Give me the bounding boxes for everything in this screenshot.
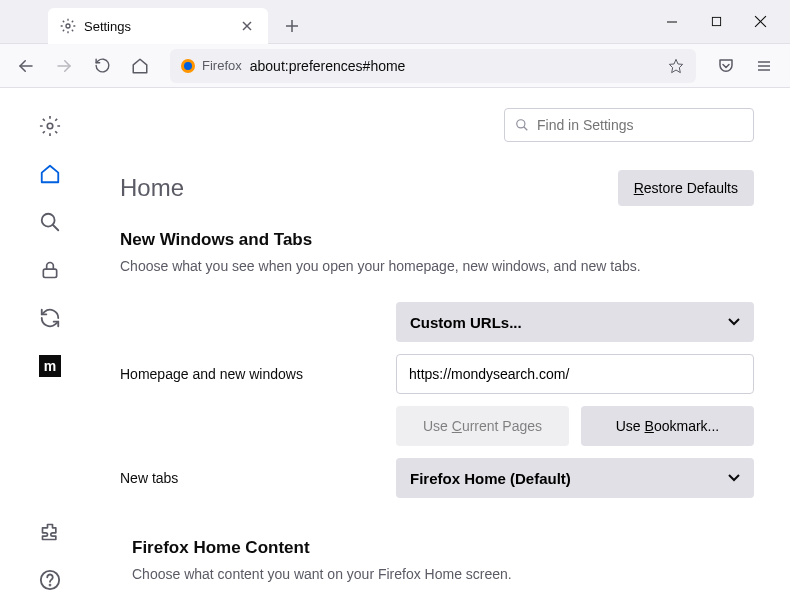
svg-text:m: m xyxy=(44,358,56,374)
sidebar-item-help[interactable] xyxy=(34,564,66,596)
url-bar[interactable]: Firefox about:preferences#home xyxy=(170,49,696,83)
url-brand-text: Firefox xyxy=(202,58,242,73)
forward-button[interactable] xyxy=(48,50,80,82)
homepage-url-input[interactable] xyxy=(396,354,754,394)
window-close-button[interactable] xyxy=(738,0,782,44)
search-icon xyxy=(515,118,529,132)
sidebar-item-privacy[interactable] xyxy=(34,254,66,286)
url-text: about:preferences#home xyxy=(250,58,658,74)
browser-tab-settings[interactable]: Settings xyxy=(48,8,268,44)
page-title: Home xyxy=(120,174,184,202)
home-button[interactable] xyxy=(124,50,156,82)
section-title-home-content: Firefox Home Content xyxy=(132,538,754,558)
new-tab-button[interactable] xyxy=(278,12,306,40)
sidebar-item-general[interactable] xyxy=(34,110,66,142)
section-subtext-home-content: Choose what content you want on your Fir… xyxy=(132,566,754,582)
svg-point-12 xyxy=(184,62,192,70)
gear-icon xyxy=(60,18,76,34)
section-subtext-windows-tabs: Choose what you see when you open your h… xyxy=(120,258,754,274)
window-minimize-button[interactable] xyxy=(650,0,694,44)
settings-sidebar: m xyxy=(0,88,100,612)
newtabs-mode-value: Firefox Home (Default) xyxy=(410,470,571,487)
homepage-mode-value: Custom URLs... xyxy=(410,314,522,331)
svg-rect-6 xyxy=(712,17,720,25)
firefox-logo-icon xyxy=(180,58,196,74)
svg-line-19 xyxy=(53,225,59,231)
svg-rect-20 xyxy=(43,269,56,277)
titlebar: Settings xyxy=(0,0,790,44)
use-current-pages-button[interactable]: Use Current Pages xyxy=(396,406,569,446)
sidebar-item-search[interactable] xyxy=(34,206,66,238)
chevron-down-icon xyxy=(728,474,740,482)
homepage-label: Homepage and new windows xyxy=(120,366,380,382)
sidebar-item-extensions[interactable] xyxy=(34,516,66,548)
sidebar-item-sync[interactable] xyxy=(34,302,66,334)
bookmark-star-icon[interactable] xyxy=(666,56,686,76)
window-maximize-button[interactable] xyxy=(694,0,738,44)
section-title-windows-tabs: New Windows and Tabs xyxy=(120,230,754,250)
newtabs-label: New tabs xyxy=(120,470,380,486)
homepage-mode-select[interactable]: Custom URLs... xyxy=(396,302,754,342)
tab-title: Settings xyxy=(84,19,230,34)
settings-main: Home Restore Defaults New Windows and Ta… xyxy=(100,88,790,612)
find-settings-input[interactable] xyxy=(504,108,754,142)
svg-point-24 xyxy=(50,585,51,586)
svg-point-25 xyxy=(517,120,525,128)
reload-button[interactable] xyxy=(86,50,118,82)
restore-defaults-button[interactable]: Restore Defaults xyxy=(618,170,754,206)
pocket-button[interactable] xyxy=(710,50,742,82)
back-button[interactable] xyxy=(10,50,42,82)
close-tab-button[interactable] xyxy=(238,17,256,35)
svg-point-17 xyxy=(47,123,53,129)
find-settings-field[interactable] xyxy=(537,117,743,133)
svg-point-0 xyxy=(66,24,70,28)
sidebar-item-more[interactable]: m xyxy=(34,350,66,382)
chevron-down-icon xyxy=(728,318,740,326)
svg-line-26 xyxy=(524,127,528,131)
svg-marker-13 xyxy=(669,59,682,72)
url-identity: Firefox xyxy=(180,58,242,74)
app-menu-button[interactable] xyxy=(748,50,780,82)
newtabs-mode-select[interactable]: Firefox Home (Default) xyxy=(396,458,754,498)
window-controls xyxy=(650,0,790,43)
navigation-toolbar: Firefox about:preferences#home xyxy=(0,44,790,88)
use-bookmark-button[interactable]: Use Bookmark... xyxy=(581,406,754,446)
sidebar-item-home[interactable] xyxy=(34,158,66,190)
